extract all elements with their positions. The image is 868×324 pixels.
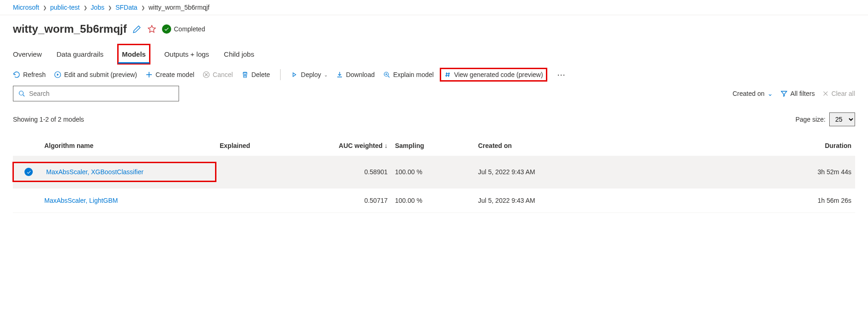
- col-sampling[interactable]: Sampling: [391, 140, 474, 151]
- breadcrumb-link[interactable]: Jobs: [91, 4, 105, 11]
- col-explained[interactable]: Explained: [216, 140, 317, 151]
- search-icon: [18, 90, 25, 97]
- algorithm-link[interactable]: MaxAbsScaler, XGBoostClassifier: [46, 168, 144, 176]
- table-row[interactable]: MaxAbsScaler, XGBoostClassifier 0.58901 …: [13, 156, 855, 189]
- toolbar: Refresh Edit and submit (preview) Create…: [0, 64, 868, 86]
- clear-all-button[interactable]: Clear all: [822, 90, 855, 97]
- download-button[interactable]: Download: [336, 71, 375, 78]
- svg-point-3: [19, 91, 24, 95]
- refresh-icon: [13, 71, 20, 78]
- toolbar-separator: [280, 69, 281, 80]
- breadcrumb-link[interactable]: Microsoft: [13, 4, 39, 11]
- magnify-icon: [383, 71, 390, 78]
- cell-sampling: 100.00 %: [391, 166, 474, 177]
- cell-created: Jul 5, 2022 9:43 AM: [474, 166, 613, 177]
- search-input[interactable]: [29, 90, 174, 97]
- chevron-down-icon: ⌄: [767, 90, 773, 97]
- cell-auc: 0.50717: [317, 195, 391, 206]
- results-count: Showing 1-2 of 2 models: [13, 116, 84, 123]
- cell-explained: [216, 170, 317, 174]
- create-model-button[interactable]: Create model: [145, 71, 194, 78]
- tab-child-jobs[interactable]: Child jobs: [224, 45, 254, 64]
- trash-icon: [241, 71, 249, 78]
- all-filters-button[interactable]: All filters: [780, 90, 815, 97]
- explain-model-button[interactable]: Explain model: [383, 71, 434, 78]
- selected-check-icon[interactable]: [24, 168, 33, 176]
- checkmark-circle-icon: [162, 24, 171, 34]
- algorithm-link[interactable]: MaxAbsScaler, LightGBM: [44, 197, 118, 204]
- table-header: Algorithm name Explained AUC weighted↓ S…: [13, 135, 855, 156]
- download-icon: [336, 71, 343, 78]
- cell-created: Jul 5, 2022 9:43 AM: [474, 195, 613, 206]
- hash-icon: [444, 71, 451, 78]
- cancel-icon: [203, 71, 210, 78]
- more-actions-button[interactable]: ⋯: [557, 70, 566, 80]
- page-size-control: Page size: 25: [796, 112, 855, 126]
- close-icon: [822, 90, 829, 97]
- filter-icon: [780, 90, 788, 97]
- col-algorithm[interactable]: Algorithm name: [41, 140, 216, 151]
- sort-dropdown[interactable]: Created on ⌄: [732, 90, 772, 97]
- tabs: Overview Data guardrails Models Outputs …: [0, 45, 868, 64]
- delete-button[interactable]: Delete: [241, 71, 270, 78]
- col-auc[interactable]: AUC weighted↓: [317, 140, 391, 151]
- cell-duration: 3h 52m 44s: [613, 166, 855, 177]
- page-size-select[interactable]: 25: [829, 112, 855, 126]
- breadcrumb-link[interactable]: public-test: [50, 4, 80, 11]
- chevron-down-icon: ⌄: [324, 72, 328, 77]
- plus-icon: [145, 71, 153, 78]
- col-duration[interactable]: Duration: [613, 140, 855, 151]
- sort-desc-icon: ↓: [384, 142, 388, 149]
- refresh-button[interactable]: Refresh: [13, 71, 46, 78]
- deploy-icon: [291, 71, 298, 78]
- tab-data-guardrails[interactable]: Data guardrails: [57, 45, 104, 64]
- chevron-right-icon: ❯: [141, 5, 145, 10]
- view-generated-code-button[interactable]: View generated code (preview): [442, 70, 545, 79]
- cell-explained: [216, 199, 317, 202]
- breadcrumb: Microsoft ❯ public-test ❯ Jobs ❯ SFData …: [0, 0, 868, 15]
- tab-models[interactable]: Models: [118, 45, 150, 64]
- table-row[interactable]: MaxAbsScaler, LightGBM 0.50717 100.00 % …: [13, 189, 855, 213]
- models-table: Algorithm name Explained AUC weighted↓ S…: [13, 135, 855, 213]
- status-badge: Completed: [162, 24, 205, 34]
- chevron-right-icon: ❯: [84, 5, 87, 10]
- page-title: witty_worm_5b6rmqjf: [13, 23, 127, 35]
- edit-submit-button[interactable]: Edit and submit (preview): [54, 71, 137, 78]
- play-circle-icon: [54, 71, 61, 78]
- cancel-button: Cancel: [203, 71, 233, 78]
- status-text: Completed: [174, 25, 205, 33]
- cell-duration: 1h 56m 26s: [613, 195, 855, 206]
- page-size-label: Page size:: [796, 116, 826, 123]
- col-created[interactable]: Created on: [474, 140, 613, 151]
- meta-row: Showing 1-2 of 2 models Page size: 25: [0, 107, 868, 130]
- search-box[interactable]: [13, 86, 179, 101]
- cell-sampling: 100.00 %: [391, 195, 474, 206]
- star-icon[interactable]: [147, 24, 156, 34]
- filters-row: Created on ⌄ All filters Clear all: [0, 86, 868, 107]
- deploy-button[interactable]: Deploy ⌄: [291, 71, 328, 78]
- cell-auc: 0.58901: [317, 166, 391, 177]
- chevron-right-icon: ❯: [43, 5, 47, 10]
- breadcrumb-current: witty_worm_5b6rmqjf: [149, 4, 210, 11]
- chevron-right-icon: ❯: [108, 5, 112, 10]
- breadcrumb-link[interactable]: SFData: [115, 4, 137, 11]
- tab-overview[interactable]: Overview: [13, 45, 42, 64]
- page-header: witty_worm_5b6rmqjf Completed: [0, 15, 868, 39]
- edit-icon[interactable]: [132, 24, 142, 34]
- tab-outputs-logs[interactable]: Outputs + logs: [164, 45, 209, 64]
